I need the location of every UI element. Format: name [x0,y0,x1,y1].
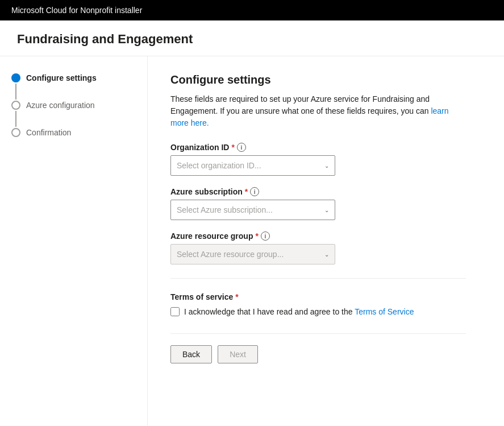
azure-rg-required: * [255,231,258,241]
azure-rg-label-text: Azure resource group [170,231,253,241]
step-item-configure: Configure settings [11,73,136,101]
app-title: Microsoft Cloud for Nonprofit installer [11,6,142,15]
step-label-azure: Azure configuration [26,101,95,110]
azure-rg-placeholder: Select Azure resource group... [177,250,284,259]
org-id-info-icon[interactable]: i [237,143,246,152]
description-body: These fields are required to set up your… [170,94,430,115]
step-label-confirmation: Confirmation [26,128,71,137]
page-title: Fundraising and Engagement [17,32,487,47]
step-circle-1 [11,73,20,82]
action-bar: Back Next [170,333,466,363]
azure-rg-info-icon[interactable]: i [261,231,270,241]
terms-label: Terms of service * [170,292,466,301]
step-circle-2 [11,101,20,110]
step-connector-1 [11,73,20,101]
step-list: Configure settings Azure configuration [11,73,136,137]
azure-sub-dropdown[interactable]: Select Azure subscription... ⌄ [170,200,335,220]
step-connector-3 [11,128,20,137]
main-content: Configure settings These fields are requ… [148,56,489,425]
terms-label-text: Terms of service [170,292,233,301]
org-id-required: * [231,143,234,152]
azure-sub-info-icon[interactable]: i [250,187,259,196]
azure-sub-label-text: Azure subscription [170,187,243,196]
terms-section: Terms of service * I acknowledge that I … [170,292,466,316]
back-button[interactable]: Back [170,345,212,363]
terms-of-service-link[interactable]: Terms of Service [355,307,414,316]
step-line-2 [15,111,16,127]
terms-checkbox-row: I acknowledge that I have read and agree… [170,307,466,316]
azure-sub-chevron-icon: ⌄ [324,207,329,213]
org-id-placeholder: Select organization ID... [177,161,261,170]
azure-rg-dropdown: Select Azure resource group... ⌄ [170,244,335,264]
section-title: Configure settings [170,73,466,86]
step-item-azure: Azure configuration [11,101,136,128]
step-line-1 [15,84,16,100]
step-circle-3 [11,128,20,137]
org-id-label-text: Organization ID [170,143,229,152]
azure-rg-chevron-icon: ⌄ [324,251,329,258]
org-id-dropdown[interactable]: Select organization ID... ⌄ [170,155,335,176]
org-id-chevron-icon: ⌄ [324,163,329,169]
terms-checkbox[interactable] [170,307,180,316]
field-group-azure-sub: Azure subscription * i Select Azure subs… [170,187,466,220]
description-text: These fields are required to set up your… [170,93,466,129]
field-label-azure-sub: Azure subscription * i [170,187,466,196]
field-group-azure-rg: Azure resource group * i Select Azure re… [170,231,466,264]
top-bar: Microsoft Cloud for Nonprofit installer [0,0,504,20]
field-label-azure-rg: Azure resource group * i [170,231,466,241]
section-divider [170,278,466,279]
terms-required: * [235,292,238,301]
azure-sub-required: * [245,187,248,196]
step-label-configure: Configure settings [26,73,97,82]
next-button[interactable]: Next [218,345,258,363]
step-connector-2 [11,101,20,128]
content-area: Configure settings Azure configuration [0,56,504,425]
step-item-confirmation: Confirmation [11,128,136,137]
sidebar: Configure settings Azure configuration [0,56,148,425]
field-group-org-id: Organization ID * i Select organization … [170,143,466,176]
terms-checkbox-text: I acknowledge that I have read and agree… [184,307,414,316]
azure-sub-placeholder: Select Azure subscription... [177,205,273,214]
page-header: Fundraising and Engagement [0,20,504,56]
field-label-org-id: Organization ID * i [170,143,466,152]
